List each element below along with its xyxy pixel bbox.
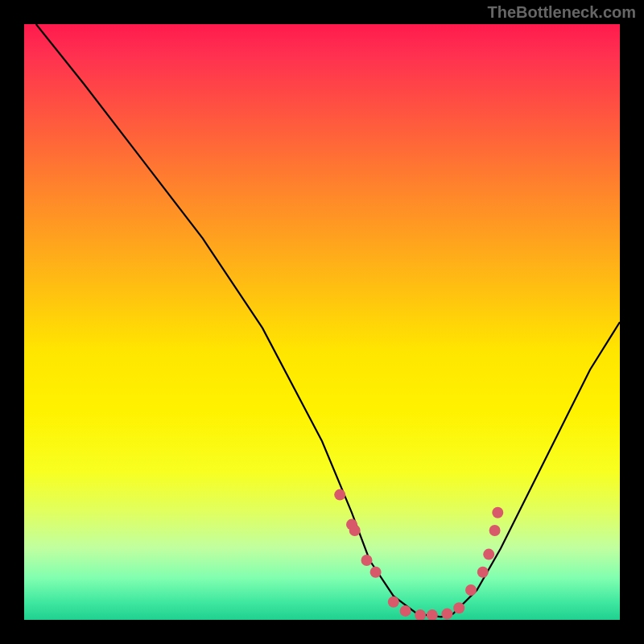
- watermark-text: TheBottleneck.com: [488, 3, 636, 22]
- marker-dot: [415, 609, 426, 620]
- highlight-dots: [334, 489, 503, 620]
- chart-container: TheBottleneck.com: [0, 0, 644, 644]
- marker-dot: [349, 525, 361, 536]
- marker-dot: [492, 507, 503, 518]
- marker-dot: [489, 525, 501, 536]
- marker-dot: [388, 597, 399, 608]
- marker-dot: [334, 489, 345, 501]
- marker-dot: [370, 567, 382, 578]
- plot-area: [24, 24, 620, 620]
- marker-dot: [441, 609, 452, 620]
- chart-svg: [24, 24, 620, 620]
- marker-dot: [477, 567, 489, 578]
- marker-dot: [465, 584, 477, 596]
- marker-dot: [400, 605, 411, 617]
- marker-dot: [483, 549, 494, 560]
- marker-dot: [361, 555, 373, 566]
- marker-dot: [453, 602, 464, 613]
- bottleneck-curve: [36, 24, 620, 617]
- marker-dot: [427, 609, 438, 620]
